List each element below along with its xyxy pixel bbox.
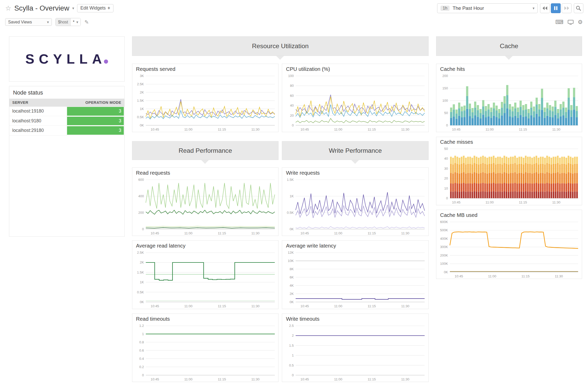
- operation-mode-cell: 3: [67, 116, 124, 125]
- svg-text:10: 10: [444, 186, 448, 190]
- chart-title: Cache misses: [436, 137, 582, 146]
- filter-row: Saved Views ▾ $host * ▾ ✎ ⌨ ⚙: [0, 14, 588, 27]
- svg-text:10:45: 10:45: [300, 377, 309, 381]
- svg-text:11:15: 11:15: [218, 304, 226, 308]
- gear-icon[interactable]: ⚙: [578, 19, 583, 25]
- read-requests-widget: Read requests 020040060010:4511:0011:151…: [132, 167, 279, 236]
- read-requests-chart[interactable]: 020040060010:4511:0011:1511:30: [132, 177, 279, 236]
- skip-forward-icon: [564, 6, 569, 10]
- time-range-badge: 1h: [440, 6, 450, 11]
- average-read-latency-chart[interactable]: 0K0.5K1K1.5K2K2.5K10:4511:0011:1511:30: [132, 250, 279, 309]
- topbar: ☆ Scylla - Overview ▾ Edit Widgets + 1h …: [0, 0, 588, 29]
- svg-text:0.8: 0.8: [139, 340, 144, 344]
- pencil-icon[interactable]: ✎: [84, 19, 89, 25]
- svg-text:1.5K: 1.5K: [137, 99, 144, 103]
- svg-text:4K: 4K: [290, 284, 294, 287]
- svg-text:10:45: 10:45: [151, 128, 159, 131]
- svg-text:11:15: 11:15: [218, 231, 226, 235]
- svg-text:400: 400: [138, 194, 144, 198]
- average-write-latency-widget: Average write latency 0K2K4K6K8K10K12K10…: [282, 240, 429, 309]
- group-cache[interactable]: Cache: [436, 36, 582, 56]
- svg-text:0: 0: [446, 123, 448, 127]
- svg-text:11:00: 11:00: [334, 377, 342, 381]
- keyboard-icon[interactable]: ⌨: [555, 19, 563, 25]
- table-row: localhost:9180 3: [9, 116, 124, 126]
- svg-text:0: 0: [446, 196, 448, 200]
- cache-hits-chart[interactable]: 05010015020010:4511:0011:1511:30: [436, 73, 582, 132]
- cache-mb-used-chart[interactable]: 0K100K200K300K400K500K600K10:4511:0011:1…: [436, 219, 582, 279]
- time-range-select[interactable]: 1h The Past Hour ▾: [437, 3, 538, 13]
- write-timeouts-chart[interactable]: 00.511.522.510:4511:0011:1511:30: [282, 323, 428, 382]
- svg-text:0: 0: [292, 123, 294, 127]
- skip-forward-button[interactable]: [562, 3, 571, 13]
- star-icon[interactable]: ☆: [5, 5, 11, 12]
- cpu-utilization-chart[interactable]: 02040608010010:4511:0011:1511:30: [282, 73, 428, 132]
- svg-text:11:00: 11:00: [486, 128, 494, 131]
- group-read-performance[interactable]: Read Performance: [132, 141, 279, 160]
- svg-text:20: 20: [290, 113, 294, 117]
- svg-text:11:00: 11:00: [184, 231, 192, 235]
- svg-text:11:15: 11:15: [519, 200, 527, 204]
- cache-misses-widget: Cache misses 0102030405010:4511:0011:151…: [436, 137, 582, 205]
- status-bar: 3: [67, 126, 124, 135]
- skip-back-button[interactable]: [540, 3, 550, 13]
- table-row: localhost:29180 3: [9, 126, 124, 135]
- svg-text:10:45: 10:45: [151, 231, 159, 235]
- svg-text:11:30: 11:30: [251, 377, 259, 381]
- host-template-variable[interactable]: $host * ▾: [55, 18, 81, 26]
- svg-text:100K: 100K: [440, 262, 448, 266]
- server-cell: localhost:29180: [9, 126, 67, 135]
- average-write-latency-chart[interactable]: 0K2K4K6K8K10K12K10:4511:0011:1511:30: [282, 250, 428, 309]
- status-bar: 3: [67, 107, 124, 115]
- column-server: SERVER: [9, 100, 67, 105]
- svg-text:100: 100: [442, 99, 448, 103]
- logo-dot: [104, 60, 108, 64]
- saved-views-label: Saved Views: [8, 20, 32, 24]
- svg-text:20: 20: [444, 176, 448, 180]
- svg-text:11:15: 11:15: [368, 304, 376, 308]
- svg-text:11:30: 11:30: [401, 231, 410, 235]
- read-timeouts-chart[interactable]: 00.20.40.60.811.210:4511:0011:1511:30: [132, 323, 279, 382]
- group-write-performance[interactable]: Write Performance: [282, 141, 429, 160]
- svg-text:10:45: 10:45: [452, 128, 461, 131]
- scylla-logo: SCYLLA: [25, 51, 108, 67]
- host-var-name: $host: [56, 18, 71, 26]
- edit-widgets-button[interactable]: Edit Widgets +: [77, 4, 113, 12]
- chart-title: Cache MB used: [436, 210, 582, 219]
- svg-text:1.5K: 1.5K: [287, 178, 294, 182]
- svg-text:10K: 10K: [288, 259, 294, 263]
- svg-text:1: 1: [142, 332, 144, 336]
- zoom-button[interactable]: [574, 3, 584, 13]
- svg-text:0.5: 0.5: [289, 363, 294, 367]
- svg-text:1: 1: [292, 353, 294, 357]
- svg-text:3K: 3K: [140, 74, 144, 78]
- title-chevron-down-icon[interactable]: ▾: [72, 6, 74, 10]
- svg-text:11:15: 11:15: [368, 377, 376, 381]
- plus-icon: +: [108, 5, 110, 11]
- read-timeouts-widget: Read timeouts 00.20.40.60.811.210:4511:0…: [132, 313, 279, 382]
- svg-text:0K: 0K: [140, 123, 144, 127]
- pause-button[interactable]: [551, 3, 561, 13]
- node-status-widget: Node status SERVER OPERATION MODE localh…: [9, 86, 125, 237]
- write-requests-chart[interactable]: 0K0.5K1K1.5K10:4511:0011:1511:30: [282, 177, 428, 236]
- saved-views-select[interactable]: Saved Views ▾: [5, 18, 52, 26]
- svg-text:11:15: 11:15: [521, 274, 530, 278]
- magnifier-icon: [576, 6, 581, 11]
- svg-text:10:45: 10:45: [300, 304, 309, 308]
- chevron-down-icon: ▾: [533, 6, 534, 10]
- svg-text:11:00: 11:00: [334, 128, 342, 131]
- group-resource-utilization[interactable]: Resource Utilization: [132, 36, 429, 56]
- svg-text:1K: 1K: [140, 280, 144, 284]
- requests-served-chart[interactable]: 0K0.5K1K1.5K2K2.5K3K10:4511:0011:1511:30: [132, 73, 279, 132]
- svg-text:400K: 400K: [440, 237, 448, 241]
- server-cell: localhost:19180: [9, 107, 67, 116]
- svg-text:0.5K: 0.5K: [137, 290, 144, 294]
- cache-misses-chart[interactable]: 0102030405010:4511:0011:1511:30: [436, 146, 582, 205]
- dashboard: ☆ Scylla - Overview ▾ Edit Widgets + 1h …: [0, 0, 588, 391]
- write-requests-widget: Write requests 0K0.5K1K1.5K10:4511:0011:…: [282, 167, 429, 236]
- svg-text:500K: 500K: [440, 228, 448, 232]
- monitor-icon[interactable]: [568, 20, 574, 25]
- svg-text:600K: 600K: [440, 220, 448, 224]
- svg-text:10:45: 10:45: [300, 231, 309, 235]
- average-read-latency-widget: Average read latency 0K0.5K1K1.5K2K2.5K1…: [132, 240, 279, 309]
